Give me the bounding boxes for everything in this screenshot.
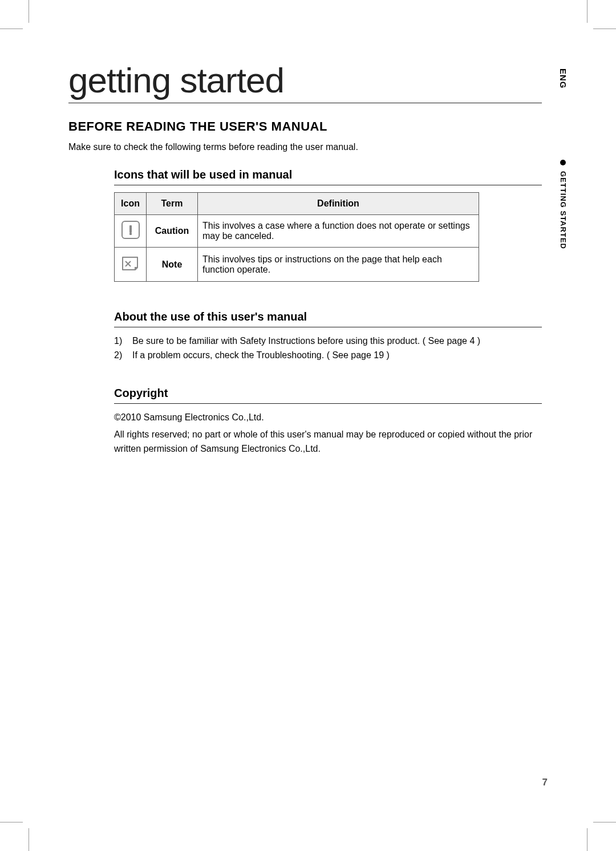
term-cell: Note: [147, 248, 198, 282]
list-text: Be sure to be familiar with Safety Instr…: [132, 334, 480, 348]
side-tab: ENG GETTING STARTED: [557, 68, 569, 251]
term-cell: Caution: [147, 215, 198, 248]
subsection-heading-icons: Icons that will be used in manual: [114, 168, 542, 185]
table-row: Note This involves tips or instructions …: [115, 248, 479, 282]
section-tab: GETTING STARTED: [559, 171, 568, 249]
copyright-line: ©2010 Samsung Electronics Co.,Ltd.: [114, 411, 542, 425]
about-list: 1) Be sure to be familiar with Safety In…: [114, 334, 542, 363]
copyright-text: All rights reserved; no part or whole of…: [114, 428, 542, 456]
subsection-heading-copyright: Copyright: [114, 387, 542, 404]
section-heading: BEFORE READING THE USER'S MANUAL: [68, 119, 542, 134]
list-number: 2): [114, 348, 127, 363]
list-item: 2) If a problem occurs, check the Troubl…: [114, 348, 542, 363]
th-definition: Definition: [198, 193, 479, 215]
page-title: getting started: [68, 60, 542, 103]
intro-text: Make sure to check the following terms b…: [68, 142, 542, 152]
definition-cell: This involves tips or instructions on th…: [198, 248, 479, 282]
definition-cell: This involves a case where a function do…: [198, 215, 479, 248]
bullet-icon: [560, 160, 566, 165]
subsection-heading-about: About the use of this user's manual: [114, 310, 542, 327]
list-item: 1) Be sure to be familiar with Safety In…: [114, 334, 542, 348]
th-term: Term: [147, 193, 198, 215]
table-row: Caution This involves a case where a fun…: [115, 215, 479, 248]
page-number: 7: [542, 777, 548, 788]
th-icon: Icon: [115, 193, 147, 215]
note-icon: [120, 255, 141, 272]
list-text: If a problem occurs, check the Troublesh…: [132, 348, 390, 363]
caution-icon: [121, 221, 140, 239]
language-badge: ENG: [558, 68, 568, 89]
list-number: 1): [114, 334, 127, 348]
icons-table: Icon Term Definition Caution This involv…: [114, 192, 479, 282]
